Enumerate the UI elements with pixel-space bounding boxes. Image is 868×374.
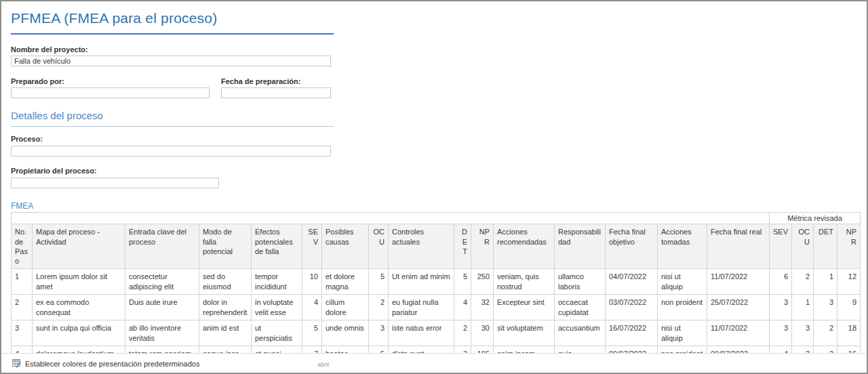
cell-sev[interactable]: 4 [302, 295, 322, 320]
cell-fecha-objetivo[interactable]: 16/07/2022 [606, 320, 658, 346]
col-header-responsabilidad: Responsabilidad [555, 224, 606, 269]
open-link[interactable]: abrir [317, 361, 330, 368]
cell-controles[interactable]: Ut enim ad minim [389, 269, 454, 295]
table-top-strip: Métrica revisada [12, 213, 861, 224]
prepared-by-label: Preparado por: [11, 77, 64, 85]
col-header-fecha-real: Fecha final real [707, 224, 770, 269]
cell-actividad[interactable]: ex ea commodo consequat [33, 295, 125, 320]
fmea-section-label: FMEA [11, 201, 33, 211]
col-header-controles: Controles actuales [389, 224, 454, 269]
table-row: 1 Lorem ipsum dolor sit amet consectetur… [12, 269, 861, 295]
cell-acciones-rec[interactable]: veniam, quis nostrud [494, 269, 555, 295]
cell-fecha-real[interactable]: 25/07/2022 [707, 295, 770, 320]
cell-fecha-objetivo[interactable]: 03/07/2022 [606, 295, 658, 320]
col-header-rev-sev: SEV [770, 224, 792, 269]
cell-efectos[interactable]: tempor incididunt [252, 269, 302, 295]
cell-acciones-tomadas[interactable]: nisi ut aliquip [658, 320, 707, 346]
col-header-acciones-tomadas: Acciones tomadas [658, 224, 707, 269]
cell-npr[interactable]: 30 [471, 320, 494, 346]
cell-rev-sev[interactable]: 6 [770, 269, 792, 295]
cell-actividad[interactable]: Lorem ipsum dolor sit amet [33, 269, 125, 295]
cell-rev-npr[interactable]: 18 [837, 320, 861, 346]
cell-actividad[interactable]: sunt in culpa qui officia [33, 320, 125, 346]
process-owner-label: Propietario del proceso: [11, 167, 97, 175]
project-name-input[interactable] [11, 56, 331, 66]
col-header-entrada: Entrada clave del proceso [125, 224, 199, 269]
cell-rev-ocu[interactable]: 1 [792, 295, 814, 320]
col-header-npr: NPR [471, 224, 494, 269]
cell-npr[interactable]: 250 [471, 269, 494, 295]
cell-causas[interactable]: unde omnis [322, 320, 369, 346]
col-header-actividad: Mapa del proceso - Actividad [33, 224, 125, 269]
cell-modo[interactable]: sed do eiusmod [199, 269, 252, 295]
cell-no[interactable]: 3 [12, 320, 33, 346]
cell-entrada[interactable]: ab illo inventore veritatis [125, 320, 199, 346]
cell-npr[interactable]: 32 [471, 295, 494, 320]
col-header-sev: SEV [302, 224, 322, 269]
cell-ocu[interactable]: 2 [369, 295, 389, 320]
cell-efectos[interactable]: in voluptate velit esse [252, 295, 302, 320]
cell-controles[interactable]: iste natus error [389, 320, 454, 346]
prep-date-label: Fecha de preparación: [221, 77, 300, 85]
cell-det[interactable]: 2 [454, 320, 471, 346]
process-section-rule [11, 126, 334, 127]
table-header-row: No. de Paso Mapa del proceso - Actividad… [12, 224, 861, 269]
prep-date-input[interactable] [221, 87, 331, 98]
cell-acciones-tomadas[interactable]: non proident [658, 295, 707, 320]
cell-fecha-real[interactable]: 11/07/2022 [707, 320, 770, 346]
title-rule [11, 33, 334, 35]
cell-rev-sev[interactable]: 3 [770, 320, 792, 346]
col-header-rev-ocu: OCU [792, 224, 814, 269]
col-header-efectos: Efectos potenciales de falla [252, 224, 302, 269]
cell-acciones-rec[interactable]: sit voluptatem [494, 320, 555, 346]
cell-rev-det[interactable]: 2 [814, 320, 837, 346]
cell-sev[interactable]: 10 [302, 269, 322, 295]
cell-controles[interactable]: eu fugiat nulla pariatur [389, 295, 454, 320]
cell-rev-det[interactable]: 3 [814, 295, 837, 320]
col-header-acciones-rec: Acciones recomendadas [494, 224, 555, 269]
pfmea-page: PFMEA (FMEA para el proceso) Nombre del … [0, 0, 868, 374]
col-header-modo: Modo de falla potencial [199, 224, 252, 269]
cell-entrada[interactable]: consectetur adipiscing elit [125, 269, 199, 295]
process-section-title: Detalles del proceso [11, 110, 103, 121]
cell-ocu[interactable]: 3 [369, 320, 389, 346]
cell-fecha-objetivo[interactable]: 04/07/2022 [606, 269, 658, 295]
set-default-colors-button[interactable]: Establecer colores de presentación prede… [12, 359, 199, 368]
fmea-table: Métrica revisada No. de Paso Mapa del pr… [11, 212, 861, 372]
cell-ocu[interactable]: 5 [369, 269, 389, 295]
cell-rev-ocu[interactable]: 2 [792, 269, 814, 295]
process-label: Proceso: [11, 135, 43, 143]
cell-rev-sev[interactable]: 3 [770, 295, 792, 320]
cell-acciones-rec[interactable]: Excepteur sint [494, 295, 555, 320]
cell-rev-npr[interactable]: 12 [837, 269, 861, 295]
cell-causas[interactable]: cillum dolore [322, 295, 369, 320]
cell-no[interactable]: 1 [12, 269, 33, 295]
prepared-by-input[interactable] [11, 87, 210, 98]
page-title: PFMEA (FMEA para el proceso) [11, 10, 217, 26]
process-input[interactable] [11, 146, 331, 157]
col-header-fecha-objetivo: Fecha final objetivo [606, 224, 658, 269]
process-owner-input[interactable] [11, 178, 219, 188]
cell-responsabilidad[interactable]: occaecat cupidatat [555, 295, 606, 320]
top-strip-empty-cell [12, 213, 770, 224]
cell-no[interactable]: 2 [12, 295, 33, 320]
set-default-colors-label: Establecer colores de presentación prede… [25, 360, 199, 368]
cell-responsabilidad[interactable]: ullamco laboris [555, 269, 606, 295]
cell-fecha-real[interactable]: 11/07/2022 [707, 269, 770, 295]
col-header-rev-npr: NPR [837, 224, 861, 269]
cell-efectos[interactable]: ut perspiciatis [252, 320, 302, 346]
cell-entrada[interactable]: Duis aute irure [125, 295, 199, 320]
cell-rev-ocu[interactable]: 3 [792, 320, 814, 346]
table-row: 3 sunt in culpa qui officia ab illo inve… [12, 320, 861, 346]
cell-acciones-tomadas[interactable]: nisi ut aliquip [658, 269, 707, 295]
cell-modo[interactable]: anim id est [199, 320, 252, 346]
cell-det[interactable]: 4 [454, 295, 471, 320]
cell-rev-det[interactable]: 1 [814, 269, 837, 295]
table-edit-icon [12, 359, 21, 368]
cell-causas[interactable]: et dolore magna [322, 269, 369, 295]
cell-det[interactable]: 5 [454, 269, 471, 295]
cell-modo[interactable]: dolor in reprehenderit [199, 295, 252, 320]
cell-responsabilidad[interactable]: accusantium [555, 320, 606, 346]
cell-sev[interactable]: 5 [302, 320, 322, 346]
cell-rev-npr[interactable]: 9 [837, 295, 861, 320]
